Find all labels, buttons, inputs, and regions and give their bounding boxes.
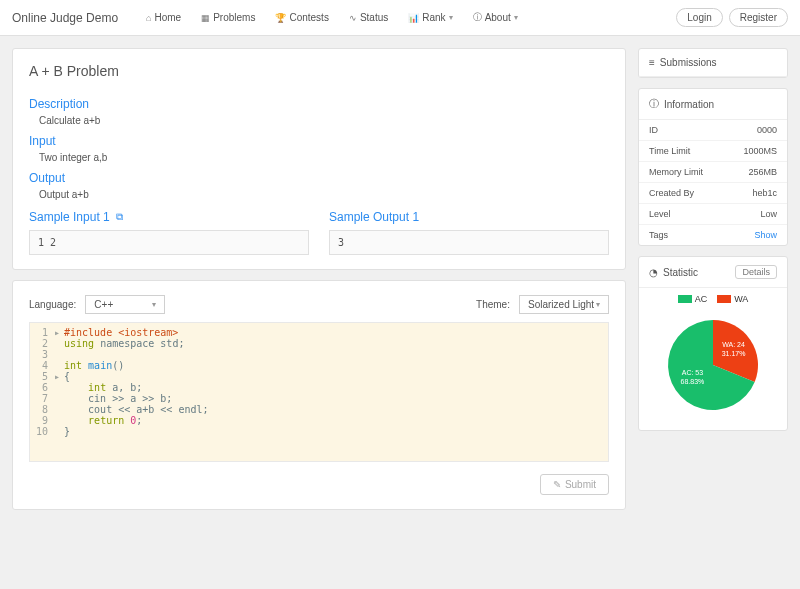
trophy-icon: 🏆: [275, 13, 286, 23]
nav-status[interactable]: ∿Status: [341, 7, 396, 28]
svg-text:WA: 24: WA: 24: [722, 341, 745, 348]
editor-toolbar: Language: C++▾ Theme: Solarized Light▾: [29, 295, 609, 314]
nav-home[interactable]: ⌂Home: [138, 7, 189, 28]
nav-contests-label: Contests: [289, 12, 328, 23]
description-heading: Description: [29, 97, 609, 111]
chart-legend: AC WA: [639, 288, 787, 306]
theme-select[interactable]: Solarized Light▾: [519, 295, 609, 314]
nav: ⌂Home ▦Problems 🏆Contests ∿Status 📊Rank▾…: [138, 7, 676, 28]
nav-rank[interactable]: 📊Rank▾: [400, 7, 460, 28]
nav-problems-label: Problems: [213, 12, 255, 23]
editor-card: Language: C++▾ Theme: Solarized Light▾ 1…: [12, 280, 626, 510]
nav-about-label: About: [485, 12, 511, 23]
output-heading: Output: [29, 171, 609, 185]
chevron-down-icon: ▾: [596, 300, 600, 309]
send-icon: ✎: [553, 479, 561, 490]
copy-icon[interactable]: ⧉: [116, 211, 123, 223]
info-row: Created Byheb1c: [639, 183, 787, 204]
main: A + B Problem Description Calculate a+b …: [12, 48, 626, 510]
output-body: Output a+b: [39, 189, 609, 200]
problem-title: A + B Problem: [29, 63, 609, 87]
chevron-down-icon: ▾: [449, 13, 453, 22]
legend-wa: WA: [734, 294, 748, 304]
submit-row: ✎Submit: [29, 474, 609, 495]
info-row: LevelLow: [639, 204, 787, 225]
brand: Online Judge Demo: [12, 11, 118, 25]
info-icon: ⓘ: [649, 97, 659, 111]
top-actions: Login Register: [676, 8, 788, 27]
tags-show-link[interactable]: Show: [754, 230, 777, 240]
info-row: Memory Limit256MB: [639, 162, 787, 183]
pie-chart: WA: 2431.17%AC: 5368.83%: [639, 306, 787, 430]
ac-swatch: [678, 295, 692, 303]
info-row: ID0000: [639, 120, 787, 141]
input-body: Two integer a,b: [39, 152, 609, 163]
samples: Sample Input 1 ⧉ 1 2 Sample Output 1 3: [29, 210, 609, 255]
language-select[interactable]: C++▾: [85, 295, 165, 314]
svg-text:68.83%: 68.83%: [681, 378, 705, 385]
submit-button[interactable]: ✎Submit: [540, 474, 609, 495]
sample-input-box: 1 2: [29, 230, 309, 255]
nav-home-label: Home: [155, 12, 182, 23]
bars-icon: 📊: [408, 13, 419, 23]
wa-swatch: [717, 295, 731, 303]
grid-icon: ▦: [201, 13, 210, 23]
nav-rank-label: Rank: [422, 12, 445, 23]
login-button[interactable]: Login: [676, 8, 722, 27]
nav-problems[interactable]: ▦Problems: [193, 7, 263, 28]
info-row: TagsShow: [639, 225, 787, 245]
info-icon: ⓘ: [473, 11, 482, 24]
sidebar: ≡Submissions ⓘInformation ID0000Time Lim…: [638, 48, 788, 510]
description-body: Calculate a+b: [39, 115, 609, 126]
submissions-label: Submissions: [660, 57, 717, 68]
nav-about[interactable]: ⓘAbout▾: [465, 7, 526, 28]
menu-icon: ≡: [649, 57, 655, 68]
information-card: ⓘInformation ID0000Time Limit1000MSMemor…: [638, 88, 788, 246]
theme-value: Solarized Light: [528, 299, 594, 310]
details-button[interactable]: Details: [735, 265, 777, 279]
code-editor[interactable]: 1▸#include <iostream>2using namespace st…: [29, 322, 609, 462]
page: A + B Problem Description Calculate a+b …: [0, 36, 800, 522]
svg-text:31.17%: 31.17%: [722, 350, 746, 357]
register-button[interactable]: Register: [729, 8, 788, 27]
sample-output-heading: Sample Output 1: [329, 210, 609, 224]
chevron-down-icon: ▾: [514, 13, 518, 22]
submit-label: Submit: [565, 479, 596, 490]
statistic-heading: Statistic: [663, 267, 698, 278]
information-heading: Information: [664, 99, 714, 110]
statistic-card: ◔Statistic Details AC WA WA: 2431.17%AC:…: [638, 256, 788, 431]
pie-icon: ◔: [649, 267, 658, 278]
nav-contests[interactable]: 🏆Contests: [267, 7, 336, 28]
sample-output-box: 3: [329, 230, 609, 255]
language-value: C++: [94, 299, 113, 310]
nav-status-label: Status: [360, 12, 388, 23]
chevron-down-icon: ▾: [152, 300, 156, 309]
pulse-icon: ∿: [349, 13, 357, 23]
language-label: Language:: [29, 299, 76, 310]
svg-text:AC: 53: AC: 53: [682, 369, 704, 376]
information-body: ID0000Time Limit1000MSMemory Limit256MBC…: [639, 120, 787, 245]
sample-output: Sample Output 1 3: [329, 210, 609, 255]
legend-ac: AC: [695, 294, 708, 304]
info-row: Time Limit1000MS: [639, 141, 787, 162]
home-icon: ⌂: [146, 13, 151, 23]
topbar: Online Judge Demo ⌂Home ▦Problems 🏆Conte…: [0, 0, 800, 36]
submissions-card[interactable]: ≡Submissions: [638, 48, 788, 78]
theme-label: Theme:: [476, 299, 510, 310]
sample-input: Sample Input 1 ⧉ 1 2: [29, 210, 309, 255]
sample-input-heading: Sample Input 1: [29, 210, 110, 224]
input-heading: Input: [29, 134, 609, 148]
problem-card: A + B Problem Description Calculate a+b …: [12, 48, 626, 270]
